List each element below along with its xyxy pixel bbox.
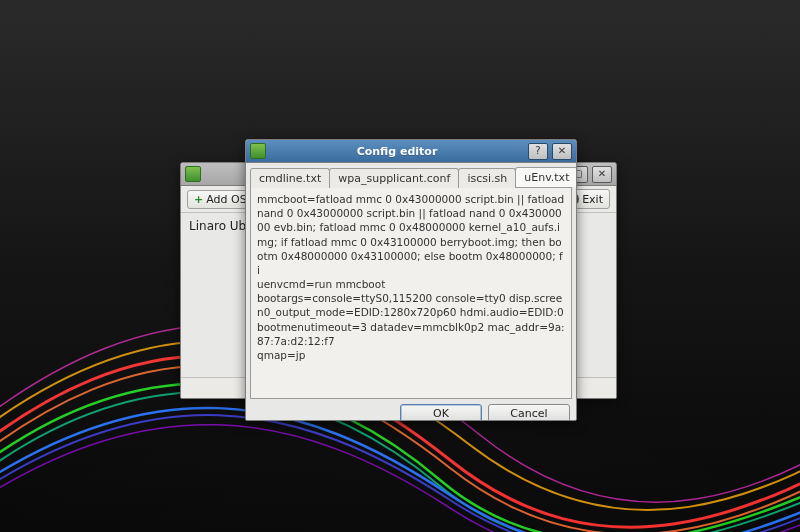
tab-label: uEnv.txt [524,171,569,184]
add-os-button[interactable]: + Add OS [187,190,254,209]
tab-wpa[interactable]: wpa_supplicant.conf [329,168,459,188]
tabs-row: cmdline.txt wpa_supplicant.conf iscsi.sh… [246,163,576,187]
qt-app-icon [185,166,201,182]
cancel-button[interactable]: Cancel [488,404,570,421]
tab-label: cmdline.txt [259,172,321,185]
close-button[interactable]: ✕ [552,143,572,160]
exit-label: Exit [582,193,603,206]
config-editor-title: Config editor [270,145,524,158]
add-os-label: Add OS [206,193,246,206]
tab-label: wpa_supplicant.conf [338,172,450,185]
plus-icon: + [194,193,203,206]
tab-label: iscsi.sh [467,172,507,185]
qt-app-icon [250,143,266,159]
editor-frame [250,187,572,399]
help-button[interactable]: ? [528,143,548,160]
config-textarea[interactable] [251,188,571,398]
desktop: – ▢ ✕ + Add OS Exit Linaro Ubu Disk: 331… [0,0,800,532]
config-editor-titlebar[interactable]: Config editor ? ✕ [246,140,576,163]
tab-cmdline[interactable]: cmdline.txt [250,168,330,188]
dialog-button-row: OK Cancel [246,399,576,421]
tab-uenv[interactable]: uEnv.txt [515,167,577,187]
close-button[interactable]: ✕ [592,166,612,183]
ok-button[interactable]: OK [400,404,482,421]
tab-iscsi[interactable]: iscsi.sh [458,168,516,188]
config-editor-window: Config editor ? ✕ cmdline.txt wpa_suppli… [245,139,577,421]
